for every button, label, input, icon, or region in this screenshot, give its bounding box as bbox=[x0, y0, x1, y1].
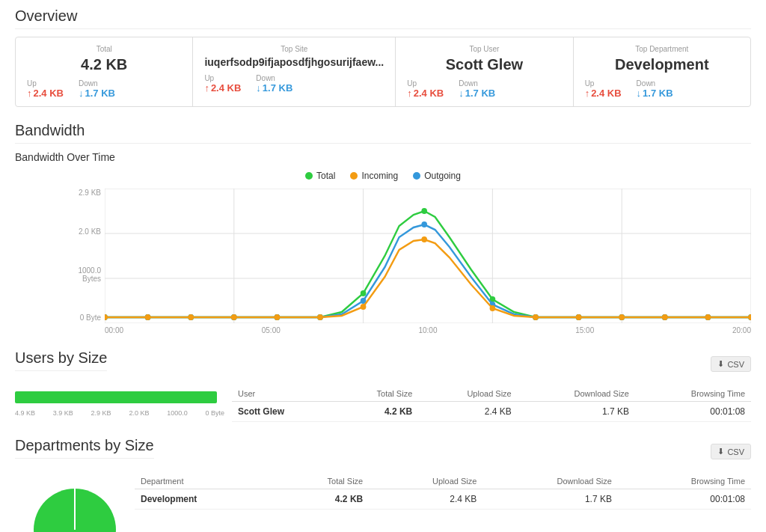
svg-point-41 bbox=[145, 314, 151, 320]
overview-card-top-user: Top User Scott Glew Up ↑2.4 KB Down ↓1.7… bbox=[396, 37, 573, 106]
overview-section: Overview Total 4.2 KB Up ↑2.4 KB Down ↓1… bbox=[15, 7, 751, 107]
bar-axis-3: 2.0 KB bbox=[129, 409, 149, 417]
card-dept-down-value: ↓1.7 KB bbox=[637, 88, 673, 99]
dept-table-header-row: Department Total Size Upload Size Downlo… bbox=[135, 474, 751, 489]
svg-point-52 bbox=[662, 314, 668, 320]
card-total-up: Up ↑2.4 KB bbox=[27, 79, 64, 99]
dept-table-head: Department Total Size Upload Size Downlo… bbox=[135, 474, 751, 489]
departments-by-size-section: Departments by Size ⬇ CSV Department Tot… bbox=[15, 437, 751, 532]
download-icon-dept: ⬇ bbox=[717, 447, 724, 456]
bandwidth-title: Bandwidth bbox=[15, 122, 751, 144]
arrow-down-icon: ↓ bbox=[79, 88, 84, 99]
legend-label-outgoing: Outgoing bbox=[424, 171, 461, 181]
card-site-down: Down ↓1.7 KB bbox=[256, 74, 292, 94]
card-dept-value: Development bbox=[585, 56, 739, 73]
col-total-size: Total Size bbox=[334, 386, 418, 402]
users-title: Users by Size bbox=[15, 349, 107, 371]
card-total-sub-row: Up ↑2.4 KB Down ↓1.7 KB bbox=[27, 79, 181, 99]
dept-upload-size: 2.4 KB bbox=[369, 489, 482, 510]
legend-incoming: Incoming bbox=[350, 171, 398, 181]
dept-csv-button[interactable]: ⬇ CSV bbox=[711, 444, 751, 459]
card-user-up: Up ↑2.4 KB bbox=[407, 79, 444, 99]
dept-table-body: Development 4.2 KB 2.4 KB 1.7 KB 00:01:0… bbox=[135, 489, 751, 510]
card-user-sub-row: Up ↑2.4 KB Down ↓1.7 KB bbox=[407, 79, 561, 99]
svg-point-53 bbox=[705, 314, 711, 320]
card-dept-down-label: Down bbox=[637, 79, 673, 88]
dept-pie-container bbox=[15, 474, 135, 532]
user-total-size: 4.2 KB bbox=[334, 402, 418, 422]
users-csv-button[interactable]: ⬇ CSV bbox=[711, 356, 751, 372]
download-icon: ⬇ bbox=[717, 359, 724, 369]
card-total-title: Total bbox=[27, 45, 181, 53]
svg-point-44 bbox=[275, 314, 281, 320]
x-label-0500: 05:00 bbox=[262, 326, 281, 334]
overview-card-top-dept: Top Department Development Up ↑2.4 KB Do… bbox=[574, 37, 750, 106]
bar-axis-5: 0 Byte bbox=[205, 409, 224, 417]
users-content: 4.9 KB 3.9 KB 2.9 KB 2.0 KB 1000.0 0 Byt… bbox=[15, 386, 751, 422]
outgoing-dots bbox=[105, 221, 751, 320]
bandwidth-chart-svg bbox=[105, 189, 751, 323]
card-user-up-label: Up bbox=[407, 79, 444, 88]
dept-download-size: 1.7 KB bbox=[482, 489, 618, 510]
col-browsing-time: Browsing Time bbox=[635, 386, 751, 402]
table-row: Scott Glew 4.2 KB 2.4 KB 1.7 KB 00:01:08 bbox=[232, 402, 751, 422]
card-site-title: Top Site bbox=[204, 45, 384, 53]
arrow-up-icon2: ↑ bbox=[204, 82, 209, 94]
svg-point-51 bbox=[619, 314, 625, 320]
users-bar-row bbox=[15, 391, 224, 403]
card-site-down-value: ↓1.7 KB bbox=[256, 82, 292, 94]
svg-point-40 bbox=[105, 314, 108, 320]
card-user-up-value: ↑2.4 KB bbox=[407, 88, 444, 99]
card-site-up-label: Up bbox=[204, 74, 241, 82]
bar-axis-2: 2.9 KB bbox=[91, 409, 111, 417]
card-dept-up-value: ↑2.4 KB bbox=[585, 88, 622, 99]
legend-total: Total bbox=[305, 171, 335, 181]
card-site-value: iuqerfsodp9ifjaposdfjhgosurijfaew... bbox=[204, 56, 384, 68]
svg-point-46 bbox=[361, 304, 367, 310]
legend-label-incoming: Incoming bbox=[361, 171, 398, 181]
col-user: User bbox=[232, 386, 334, 402]
dept-pie-chart bbox=[26, 481, 123, 532]
card-total-down: Down ↓1.7 KB bbox=[79, 79, 115, 99]
col-dept-total-size: Total Size bbox=[273, 474, 370, 489]
bandwidth-subtitle: Bandwidth Over Time bbox=[15, 151, 751, 163]
card-user-title: Top User bbox=[407, 45, 561, 53]
user-name: Scott Glew bbox=[232, 402, 334, 422]
svg-point-54 bbox=[748, 314, 751, 320]
bar-axis-1: 3.9 KB bbox=[53, 409, 73, 417]
arrow-up-icon: ↑ bbox=[27, 88, 32, 99]
card-site-down-label: Down bbox=[256, 74, 292, 82]
dept-name: Development bbox=[135, 489, 273, 510]
card-site-up: Up ↑2.4 KB bbox=[204, 74, 241, 94]
y-label-3: 1000.0 Bytes bbox=[60, 266, 101, 283]
y-label-4: 0 Byte bbox=[60, 314, 101, 322]
card-user-down-label: Down bbox=[459, 79, 495, 88]
card-dept-down: Down ↓1.7 KB bbox=[637, 79, 673, 99]
legend-dot-incoming bbox=[350, 172, 358, 180]
svg-point-45 bbox=[317, 314, 323, 320]
col-dept-browsing-time: Browsing Time bbox=[618, 474, 751, 489]
card-total-up-value: ↑2.4 KB bbox=[27, 88, 64, 99]
bandwidth-section: Bandwidth Bandwidth Over Time Total Inco… bbox=[15, 122, 751, 334]
overview-cards: Total 4.2 KB Up ↑2.4 KB Down ↓1.7 KB Top… bbox=[15, 37, 751, 107]
svg-point-17 bbox=[421, 208, 427, 214]
svg-point-47 bbox=[421, 236, 427, 242]
overview-card-total: Total 4.2 KB Up ↑2.4 KB Down ↓1.7 KB bbox=[16, 37, 193, 106]
users-bar-chart: 4.9 KB 3.9 KB 2.9 KB 2.0 KB 1000.0 0 Byt… bbox=[15, 386, 232, 422]
total-dots bbox=[105, 208, 751, 320]
card-dept-up: Up ↑2.4 KB bbox=[585, 79, 622, 99]
users-bar-axis: 4.9 KB 3.9 KB 2.9 KB 2.0 KB 1000.0 0 Byt… bbox=[15, 409, 224, 417]
svg-point-16 bbox=[361, 290, 367, 296]
chart-legend: Total Incoming Outgoing bbox=[15, 171, 751, 181]
x-label-2000: 20:00 bbox=[732, 326, 751, 334]
y-label-2: 2.0 KB bbox=[60, 227, 101, 236]
legend-dot-outgoing bbox=[413, 172, 420, 180]
col-download-size: Download Size bbox=[518, 386, 635, 402]
card-total-value: 4.2 KB bbox=[27, 56, 181, 73]
chart-area bbox=[105, 189, 751, 323]
overview-card-top-site: Top Site iuqerfsodp9ifjaposdfjhgosurijfa… bbox=[193, 37, 396, 106]
user-download-size: 1.7 KB bbox=[518, 402, 635, 422]
outgoing-line bbox=[105, 224, 751, 317]
col-dept-upload-size: Upload Size bbox=[369, 474, 482, 489]
table-row: Development 4.2 KB 2.4 KB 1.7 KB 00:01:0… bbox=[135, 489, 751, 510]
